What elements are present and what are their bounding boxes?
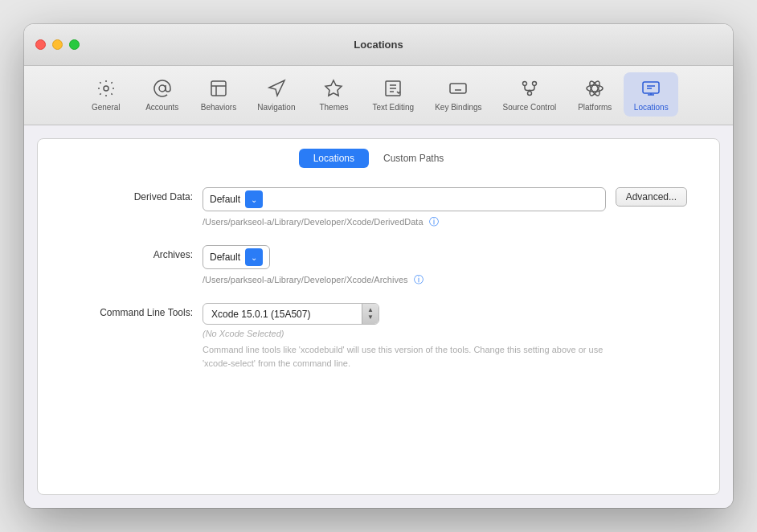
- panel: Locations Custom Paths Derived Data: Def…: [37, 138, 720, 495]
- toolbar-label-source-control: Source Control: [503, 103, 557, 112]
- toolbar-label-navigation: Navigation: [257, 103, 295, 112]
- toolbar-label-platforms: Platforms: [578, 103, 612, 112]
- command-line-tools-controls: Xcode 15.0.1 (15A507) ▲ ▼ (No Xcode Sele…: [203, 303, 687, 370]
- traffic-lights: [35, 39, 80, 50]
- toolbar-item-general[interactable]: General: [79, 72, 133, 117]
- no-xcode-text: (No Xcode Selected): [203, 329, 687, 338]
- derived-data-value: Default: [210, 194, 240, 205]
- platforms-icon: [583, 77, 606, 100]
- toolbar-item-platforms[interactable]: Platforms: [567, 72, 622, 117]
- command-line-tools-label: Command Line Tools:: [70, 303, 203, 318]
- maximize-button[interactable]: [69, 39, 80, 50]
- archives-controls: Default ⌄ /Users/parkseol-a/Library/Deve…: [203, 245, 687, 287]
- derived-data-row: Derived Data: Default ⌄ /Users/parkseol-…: [70, 187, 687, 229]
- preferences-window: Locations General Accounts: [24, 24, 733, 508]
- toolbar-item-text-editing[interactable]: Text Editing: [362, 72, 424, 117]
- derived-data-select-group: Default ⌄ /Users/parkseol-a/Library/Deve…: [203, 187, 606, 229]
- gear-icon: [95, 77, 117, 100]
- archives-dropdown[interactable]: Default ⌄: [203, 245, 270, 269]
- svg-point-8: [527, 92, 531, 96]
- keyboard-icon: [447, 77, 469, 100]
- archives-path: /Users/parkseol-a/Library/Developer/Xcod…: [203, 273, 687, 287]
- navigation-icon: [265, 77, 288, 100]
- archives-label: Archives:: [70, 245, 203, 260]
- toolbar-item-key-bindings[interactable]: Key Bindings: [425, 72, 491, 117]
- toolbar-label-themes: Themes: [319, 103, 348, 112]
- toolbar-label-accounts: Accounts: [145, 103, 178, 112]
- tab-custom-paths[interactable]: Custom Paths: [369, 149, 458, 168]
- toolbar-label-general: General: [92, 103, 121, 112]
- toolbar-item-behaviors[interactable]: Behaviors: [191, 72, 246, 117]
- toolbar-label-key-bindings: Key Bindings: [435, 103, 481, 112]
- form-area: Derived Data: Default ⌄ /Users/parkseol-…: [38, 168, 719, 494]
- tab-locations[interactable]: Locations: [299, 149, 369, 168]
- derived-data-controls: Default ⌄ /Users/parkseol-a/Library/Deve…: [203, 187, 687, 229]
- close-button[interactable]: [35, 39, 46, 50]
- archives-info-icon: ⓘ: [414, 274, 424, 285]
- svg-point-1: [159, 85, 166, 92]
- toolbar: General Accounts Behaviors: [24, 66, 733, 125]
- svg-point-6: [522, 82, 526, 86]
- derived-data-chevron: ⌄: [245, 190, 263, 208]
- titlebar: Locations: [24, 24, 733, 66]
- editing-icon: [382, 77, 404, 100]
- archives-value: Default: [210, 252, 240, 263]
- derived-data-dropdown[interactable]: Default ⌄: [203, 187, 606, 211]
- toolbar-item-themes[interactable]: Themes: [306, 72, 361, 117]
- derived-data-info-icon: ⓘ: [429, 216, 439, 227]
- toolbar-label-text-editing: Text Editing: [372, 103, 414, 112]
- svg-rect-2: [211, 81, 226, 96]
- command-line-tools-stepper[interactable]: ▲ ▼: [362, 304, 378, 324]
- command-line-tools-dropdown[interactable]: Xcode 15.0.1 (15A507) ▲ ▼: [203, 303, 379, 325]
- toolbar-label-behaviors: Behaviors: [201, 103, 236, 112]
- toolbar-item-navigation[interactable]: Navigation: [248, 72, 305, 117]
- svg-marker-3: [269, 80, 284, 96]
- toolbar-item-source-control[interactable]: Source Control: [493, 72, 567, 117]
- svg-point-9: [587, 85, 603, 92]
- svg-rect-12: [643, 82, 659, 93]
- content-area: Locations Custom Paths Derived Data: Def…: [24, 125, 733, 508]
- chevron-down-icon: ▼: [367, 314, 374, 321]
- advanced-button[interactable]: Advanced...: [616, 187, 687, 207]
- behaviors-icon: [207, 77, 230, 100]
- minimize-button[interactable]: [52, 39, 63, 50]
- themes-icon: [322, 77, 345, 100]
- derived-data-label: Derived Data:: [70, 187, 203, 203]
- sourcecontrol-icon: [518, 77, 541, 100]
- at-icon: [151, 77, 174, 100]
- toolbar-label-locations: Locations: [634, 103, 669, 112]
- svg-point-7: [532, 82, 536, 86]
- svg-point-0: [104, 86, 108, 91]
- tab-bar: Locations Custom Paths: [38, 139, 719, 168]
- window-title: Locations: [354, 39, 403, 51]
- toolbar-item-locations[interactable]: Locations: [624, 72, 678, 117]
- chevron-up-icon: ▲: [367, 307, 374, 313]
- command-line-tools-row: Command Line Tools: Xcode 15.0.1 (15A507…: [70, 303, 687, 370]
- archives-row: Archives: Default ⌄ /Users/parkseol-a/Li…: [70, 245, 687, 287]
- toolbar-item-accounts[interactable]: Accounts: [135, 72, 190, 117]
- archives-chevron: ⌄: [245, 248, 263, 266]
- derived-data-path: /Users/parkseol-a/Library/Developer/Xcod…: [203, 215, 606, 229]
- command-line-tools-value: Xcode 15.0.1 (15A507): [203, 305, 362, 323]
- locations-icon: [640, 77, 662, 100]
- svg-rect-5: [450, 84, 466, 93]
- command-line-tools-help: Command line tools like 'xcodebuild' wil…: [203, 343, 620, 370]
